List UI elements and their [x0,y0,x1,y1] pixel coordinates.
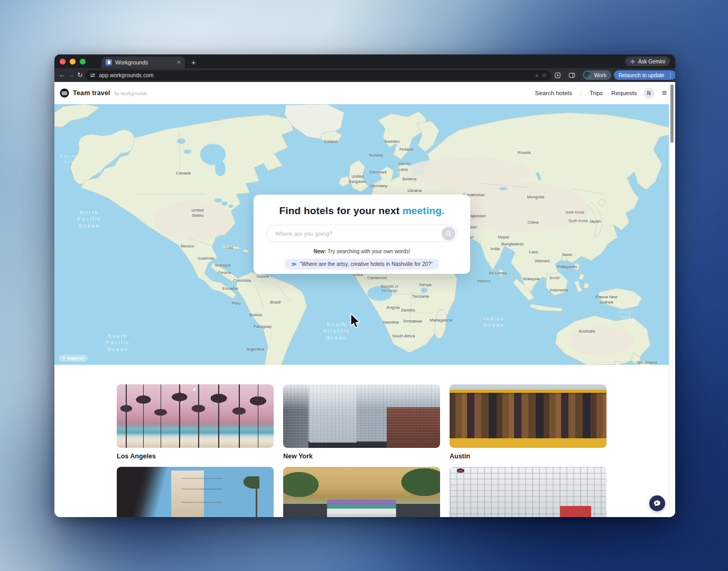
profile-label: Work [594,72,606,78]
extensions-icon[interactable] [554,71,561,79]
chat-fab-button[interactable] [649,495,665,511]
map-label: Colombia [233,278,251,283]
map-label: South Pacific Ocean [106,333,129,353]
reload-icon[interactable]: ↻ [77,72,82,79]
destination-search-input[interactable] [266,225,458,242]
traffic-lights [60,54,86,68]
site-favicon-icon [106,59,112,66]
map-label: Mexico [181,244,194,249]
hint-text: Try searching with your own words! [326,248,410,254]
city-card[interactable] [450,467,606,517]
city-cards-grid: Los AngelesNew YorkAustin [117,384,675,517]
page-scrollbar[interactable] [669,82,675,517]
side-panel-icon[interactable] [568,71,575,79]
map-label: Germany [370,183,388,189]
map-label: Zambia [401,308,415,313]
user-avatar[interactable]: N [643,88,655,99]
nav-trips[interactable]: Trips [590,90,603,96]
map-label: United States [191,208,203,219]
map-label: Malaysia [523,277,540,282]
ai-suggestion-text: “Where are the artsy, creative hotels in… [300,261,433,267]
map-label: Kenya [419,282,432,288]
team-travel-logo-icon [60,88,69,98]
map-label: Taiwan [562,253,572,257]
map-label: Brazil [270,300,281,305]
map-label: Zimbabwe [403,319,423,324]
map-label: Sweden [385,139,400,144]
nav-requests[interactable]: Requests [611,90,637,96]
brand[interactable]: Team travel by Workgrounds [60,88,147,98]
bookmark-star-icon[interactable]: ☆ [542,72,547,78]
map-label: Ecuador [222,286,238,291]
map-label: New Zealand [637,361,657,365]
map-label: North Pacific Ocean [77,209,101,229]
zoom-window-button[interactable] [80,59,86,65]
map-label: China [528,220,539,225]
browser-tab-workgrounds[interactable]: Workgrounds × [101,57,185,68]
map-label: South Africa [392,334,415,339]
city-card-label: Austin [450,453,606,461]
relaunch-label: Relaunch to update [619,72,665,78]
city-image-austin [450,384,606,448]
web-page: Team travel by Workgrounds Search hotels… [54,82,675,517]
map-label: Iceland [324,139,338,144]
map-label: Ukraine [407,188,422,194]
map-label: Laos [529,250,538,255]
city-image-street [283,467,440,517]
page-zoom-icon[interactable]: ⌕ [535,72,538,78]
ai-sparkle-icon: ≫ [291,261,296,267]
url-bar[interactable]: app.workgrounds.com ⌕ ☆ [85,70,552,80]
map-label: Sri Lanka [489,271,507,276]
map-label: South Atlantic Ocean [323,321,350,341]
title-prefix: Find hotels for your next [279,205,403,216]
city-image-london [450,467,606,517]
forward-icon[interactable]: → [68,72,75,79]
ask-gemini-button[interactable]: Ask Gemini [625,57,670,66]
map-label: Guatemala [198,256,214,261]
city-card-new-york[interactable]: New York [283,384,440,461]
nav-divider [581,90,581,96]
map-label: Namibia [383,320,398,325]
tune-icon [90,72,96,78]
nav-search-hotels[interactable]: Search hotels [535,90,572,96]
map-label: Indonesia [550,288,568,293]
ai-suggestion-chip[interactable]: ≫ “Where are the artsy, creative hotels … [285,259,439,270]
map-label: South Korea [568,219,587,223]
map-label: Guyana [257,274,269,279]
scrollbar-thumb[interactable] [670,85,674,143]
new-tab-button[interactable]: + [191,58,196,66]
map-label: Japan [589,219,601,224]
map-label: Tajikistan [469,214,486,219]
map-label: Cuba [225,246,233,250]
map-label: Bering Sea [60,154,78,165]
map-label: Madagascar [430,318,453,323]
search-button[interactable] [442,227,455,241]
map-label: United Kingdom [349,174,366,185]
map-label: Panama [218,271,231,275]
search-card-title: Find hotels for your next meeting. [254,205,470,217]
map-label: Australia [578,329,595,334]
minimize-window-button[interactable] [70,59,76,65]
map-label: Cameroon [367,275,387,281]
map-label: Vietnam [534,259,549,264]
browser-window: Workgrounds × + Ask Gemini ← → ↻ [54,54,675,517]
back-icon[interactable]: ← [59,72,66,79]
map-label: Denmark [370,170,387,175]
menu-hamburger-icon[interactable]: ≡ [662,89,667,97]
relaunch-to-update-button[interactable]: Relaunch to update ⋮ [614,70,675,80]
browser-menu-icon[interactable]: ⋮ [667,72,673,78]
city-card-austin[interactable]: Austin [450,384,606,461]
city-card[interactable] [283,467,440,517]
site-header: Team travel by Workgrounds Search hotels… [54,82,675,104]
city-card-los-angeles[interactable]: Los Angeles [117,384,274,461]
world-map[interactable]: Bering SeaNorth Pacific OceanSouth Pacif… [54,104,669,365]
tab-close-icon[interactable]: × [177,59,181,66]
hint-new-label: New: [314,248,326,254]
close-window-button[interactable] [60,59,66,65]
search-icon [445,231,452,237]
city-card[interactable] [117,467,274,517]
url-text: app.workgrounds.com [99,72,532,78]
mapbox-attribution[interactable]: © mapbox [59,355,88,362]
map-label: Nicaragua [214,263,230,268]
profile-chip[interactable]: Work [583,70,611,80]
